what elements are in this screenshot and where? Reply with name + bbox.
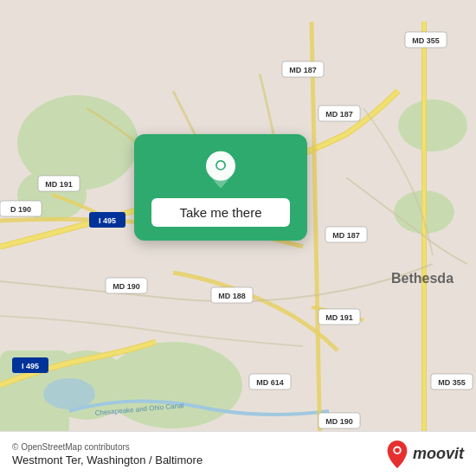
map-container: Chesapeake and Ohio Canal MD 35 — [0, 0, 476, 476]
svg-text:MD 191: MD 191 — [325, 313, 353, 322]
location-pin-icon — [201, 150, 241, 190]
bottom-info: © OpenStreetMap contributors Westmont Te… — [12, 442, 203, 466]
svg-text:MD 190: MD 190 — [113, 282, 140, 291]
svg-text:Bethesda: Bethesda — [391, 271, 453, 286]
svg-text:MD 190: MD 190 — [325, 417, 353, 426]
svg-text:MD 187: MD 187 — [289, 66, 317, 74]
bottom-bar: © OpenStreetMap contributors Westmont Te… — [0, 431, 476, 476]
popup-card: Take me there — [134, 134, 307, 241]
svg-point-43 — [395, 447, 400, 453]
svg-text:MD 191: MD 191 — [45, 180, 73, 189]
take-me-there-button[interactable]: Take me there — [151, 198, 290, 227]
location-label: Westmont Ter, Washington / Baltimore — [12, 453, 203, 466]
svg-text:MD 614: MD 614 — [256, 378, 284, 387]
svg-text:I 495: I 495 — [99, 216, 116, 225]
osm-attribution: © OpenStreetMap contributors — [12, 442, 203, 452]
svg-point-41 — [217, 162, 225, 170]
svg-text:D 190: D 190 — [10, 205, 31, 214]
svg-text:MD 188: MD 188 — [218, 292, 246, 300]
svg-text:MD 355: MD 355 — [412, 36, 440, 45]
svg-text:MD 187: MD 187 — [332, 231, 360, 240]
svg-text:I 495: I 495 — [22, 362, 39, 370]
moovit-logo: moovit — [385, 440, 464, 469]
svg-text:MD 355: MD 355 — [438, 378, 466, 387]
svg-point-9 — [43, 378, 95, 409]
moovit-logo-text: moovit — [413, 445, 464, 463]
svg-point-6 — [398, 100, 467, 151]
moovit-pin-icon — [385, 440, 409, 469]
svg-text:MD 187: MD 187 — [325, 110, 353, 119]
